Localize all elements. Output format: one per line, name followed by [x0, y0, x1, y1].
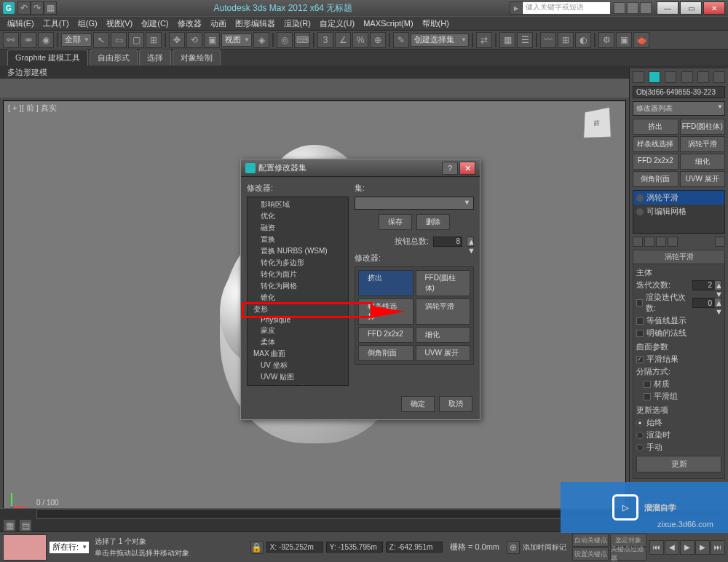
mod-btn-tessellate[interactable]: 细化	[680, 154, 726, 170]
tab-freeform[interactable]: 自由形式	[90, 50, 138, 66]
script-listener-dropdown[interactable]: 所在行:	[50, 542, 89, 553]
utilities-tab-icon[interactable]	[713, 71, 725, 83]
stack-item-turbosmooth[interactable]: 涡轮平滑	[633, 191, 724, 205]
list-item[interactable]: Physique	[248, 315, 348, 325]
scale-icon[interactable]: ▣	[204, 32, 220, 48]
save-button[interactable]: 保存	[379, 214, 412, 230]
mod-btn-turbosmooth[interactable]: 涡轮平滑	[680, 136, 726, 152]
trackbar-filter-icon[interactable]: ▤	[19, 519, 32, 532]
list-item[interactable]: 变形	[248, 304, 348, 315]
display-tab-icon[interactable]	[697, 71, 709, 83]
render-setup-icon[interactable]: ⚙	[598, 32, 614, 48]
render-frame-icon[interactable]: ▣	[616, 32, 632, 48]
set-btn-uvwunwrap[interactable]: UVW 展开	[416, 345, 471, 361]
check-material[interactable]: 材质	[644, 379, 721, 389]
set-btn-spline[interactable]: 样条线选择	[358, 298, 414, 325]
list-item[interactable]: 置换 NURBS (WSM)	[248, 245, 348, 257]
addtime-icon[interactable]: ⊕	[507, 541, 520, 554]
select-manip-icon[interactable]: ◎	[277, 32, 293, 48]
dialog-help-button[interactable]: ?	[442, 162, 458, 175]
named-selset-dropdown[interactable]: 创建选择集	[411, 33, 469, 47]
info-icon[interactable]: ▸	[510, 1, 523, 15]
help-search-input[interactable]: 健入关键字或短语	[523, 2, 610, 14]
spinner-iterations[interactable]: ▲▼	[692, 280, 721, 290]
check-smgroup[interactable]: 平滑组	[644, 391, 721, 402]
configure-sets-icon[interactable]	[715, 237, 725, 247]
list-item[interactable]: 转化为面片	[248, 269, 348, 280]
search-go-icon[interactable]	[614, 2, 625, 14]
check-explicit[interactable]: 明确的法线	[636, 328, 721, 339]
set-btn-bevel[interactable]: 倒角剖面	[358, 345, 414, 361]
dialog-titlebar[interactable]: 配置修改器集 ? ✕	[241, 159, 480, 177]
check-isoline[interactable]: 等值线显示	[636, 315, 721, 326]
ok-button[interactable]: 确定	[401, 396, 435, 412]
menu-render[interactable]: 渲染(R)	[284, 18, 311, 29]
goto-start-icon[interactable]: ⏮	[649, 540, 664, 555]
list-item[interactable]: MAX 曲面	[248, 348, 348, 360]
cancel-button[interactable]: 取消	[439, 396, 472, 412]
menu-views[interactable]: 视图(V)	[106, 18, 133, 29]
menu-tools[interactable]: 工具(T)	[43, 18, 69, 29]
star-icon[interactable]	[627, 2, 638, 14]
addtime-label[interactable]: 添加时间标记	[523, 542, 566, 553]
menu-edit[interactable]: 编辑(E)	[7, 18, 34, 29]
time-slider-label[interactable]: 0 / 100	[36, 499, 59, 507]
lock-icon[interactable]: 🔒	[250, 541, 264, 554]
mod-btn-extrude[interactable]: 挤出	[633, 119, 678, 135]
angle-snap-icon[interactable]: ∠	[335, 32, 351, 48]
menu-create[interactable]: 创建(C)	[141, 18, 168, 29]
coord-x[interactable]: X: -925.252m	[266, 542, 323, 553]
list-item[interactable]: 锥化	[248, 292, 348, 304]
snap-icon[interactable]: 3	[317, 32, 333, 48]
modifiers-source-list[interactable]: 影响区域 优化 融资 置换 置换 NURBS (WSM) 转化为多边形 转化为面…	[247, 197, 349, 386]
bind-icon[interactable]: ◉	[38, 32, 54, 48]
list-item[interactable]: UV 坐标	[248, 360, 348, 371]
radio-manual[interactable]: 手动	[636, 442, 721, 453]
percent-snap-icon[interactable]: %	[352, 32, 368, 48]
menu-group[interactable]: 组(G)	[78, 18, 98, 29]
modify-tab-icon[interactable]	[649, 71, 660, 83]
list-item[interactable]: 柔体	[248, 336, 348, 348]
rollout-header[interactable]: 涡轮平滑	[633, 250, 724, 264]
pivot-icon[interactable]: ◈	[253, 32, 269, 48]
unlink-icon[interactable]: ⚮	[20, 32, 36, 48]
mod-btn-ffd2x2x2[interactable]: FFD 2x2x2	[633, 154, 678, 170]
mirror-icon[interactable]: ⇄	[476, 32, 492, 48]
ribbon-panel-label[interactable]: 多边形建模	[7, 67, 47, 78]
coord-z[interactable]: Z: -642.951m	[386, 542, 443, 553]
minimize-button[interactable]: —	[657, 1, 678, 15]
edit-selset-icon[interactable]: ✎	[393, 32, 409, 48]
goto-end-icon[interactable]: ⏭	[711, 540, 725, 555]
set-btn-turbosmooth[interactable]: 涡轮平滑	[416, 298, 471, 325]
list-item[interactable]: UVW 贴图	[248, 371, 348, 383]
setkey-button[interactable]: 设置关键点	[572, 547, 609, 561]
delete-button[interactable]: 删除	[416, 214, 450, 230]
sets-dropdown[interactable]	[355, 197, 474, 210]
list-item[interactable]: 置换	[248, 234, 348, 245]
motion-tab-icon[interactable]	[681, 71, 693, 83]
create-tab-icon[interactable]	[633, 71, 644, 83]
radio-onrender[interactable]: 渲染时	[636, 430, 721, 440]
show-result-icon[interactable]	[644, 237, 654, 247]
list-item[interactable]: 融资	[248, 222, 348, 234]
mod-btn-bevelprofile[interactable]: 倒角剖面	[633, 171, 678, 187]
prev-frame-icon[interactable]: ◀	[665, 540, 679, 555]
set-btn-extrude[interactable]: 挤出	[358, 270, 414, 296]
menu-maxscript[interactable]: MAXScript(M)	[363, 19, 413, 28]
list-item[interactable]: 按元素分配材质	[248, 383, 348, 386]
play-icon[interactable]: ▶	[680, 540, 695, 555]
set-btn-ffd2x2x2[interactable]: FFD 2x2x2	[358, 327, 414, 343]
tab-selection[interactable]: 选择	[139, 50, 171, 66]
tab-graphite[interactable]: Graphite 建模工具	[7, 50, 88, 66]
unique-icon[interactable]	[656, 237, 666, 247]
keyfilter-button[interactable]: 关键点过滤器	[610, 547, 646, 561]
stack-item-editmesh[interactable]: 可编辑网格	[633, 205, 724, 218]
close-button[interactable]: ✕	[703, 1, 725, 15]
render-icon[interactable]: 🫖	[633, 32, 649, 48]
layers-icon[interactable]: ☰	[517, 32, 533, 48]
list-item[interactable]: 蒙皮	[248, 325, 348, 336]
tab-objpaint[interactable]: 对象绘制	[173, 50, 221, 66]
radio-always[interactable]: 始终	[636, 417, 721, 428]
next-frame-icon[interactable]: ▶	[695, 540, 710, 555]
viewport-label[interactable]: [ + ][ 前 ] 真实	[8, 103, 57, 114]
